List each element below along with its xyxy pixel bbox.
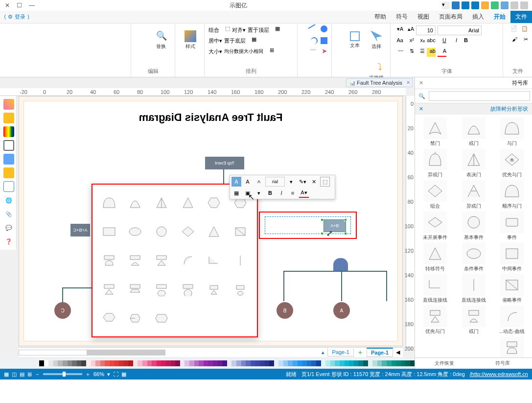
- popup-shape-25[interactable]: [125, 307, 146, 331]
- page-options-icon[interactable]: ▴: [322, 349, 324, 356]
- color-swatch[interactable]: [53, 360, 58, 366]
- shape-search-input[interactable]: [429, 91, 530, 101]
- redo-icon[interactable]: [510, 1, 518, 9]
- color-swatch[interactable]: [330, 360, 335, 366]
- color-swatch[interactable]: [72, 360, 77, 366]
- menu-help[interactable]: 帮助: [370, 11, 391, 23]
- color-swatch[interactable]: [194, 360, 199, 366]
- color-swatch[interactable]: [311, 360, 316, 366]
- shape-9[interactable]: 事件: [495, 212, 529, 241]
- shape-line-icon[interactable]: [308, 24, 320, 36]
- color-swatch[interactable]: [185, 360, 189, 366]
- shape-8[interactable]: 组合: [418, 180, 452, 210]
- color-swatch[interactable]: [236, 360, 241, 366]
- popup-shape-23[interactable]: [230, 278, 251, 302]
- color-swatch[interactable]: [349, 360, 354, 366]
- top-event-box[interactable]: Top Event: [205, 157, 244, 169]
- side-page-icon[interactable]: [3, 167, 14, 178]
- color-swatch[interactable]: [410, 360, 415, 366]
- popup-shape-11[interactable]: [230, 219, 251, 243]
- color-swatch[interactable]: [382, 360, 387, 366]
- shape-4[interactable]: 表决门: [456, 149, 490, 178]
- mt-fill-icon[interactable]: ▾: [286, 177, 296, 187]
- color-swatch[interactable]: [133, 360, 138, 366]
- zoom-in-icon[interactable]: ＋: [85, 371, 91, 378]
- shape-arc-icon[interactable]: [311, 37, 318, 44]
- color-swatch[interactable]: [58, 360, 63, 366]
- color-swatch[interactable]: [171, 360, 176, 366]
- color-swatch[interactable]: [293, 360, 298, 366]
- view-icon-4[interactable]: ⊞: [27, 371, 32, 378]
- mt-close-icon[interactable]: ✕: [309, 177, 319, 187]
- shape-square-icon[interactable]: [321, 37, 327, 44]
- color-swatch[interactable]: [377, 360, 382, 366]
- popup-shape-1[interactable]: [125, 190, 146, 214]
- view-icon-1[interactable]: ▦: [4, 371, 9, 378]
- color-swatch[interactable]: [44, 360, 49, 366]
- color-swatch[interactable]: [405, 360, 410, 366]
- side-comment-icon[interactable]: 💬: [3, 222, 14, 233]
- color-swatch[interactable]: [175, 360, 180, 366]
- color-swatch[interactable]: [68, 360, 72, 366]
- add-page-icon[interactable]: ＋: [357, 348, 364, 357]
- color-swatch[interactable]: [307, 360, 312, 366]
- popup-shape-10[interactable]: [204, 219, 225, 243]
- popup-shape-20[interactable]: [151, 278, 172, 302]
- color-swatch[interactable]: [166, 360, 171, 366]
- side-line-icon[interactable]: [3, 140, 14, 151]
- color-swatch[interactable]: [115, 360, 119, 366]
- color-swatch[interactable]: [39, 360, 44, 366]
- highlight-icon[interactable]: ab: [427, 48, 436, 57]
- popup-shape-16[interactable]: [204, 248, 225, 272]
- size-dd[interactable]: ▾大小: [208, 48, 222, 55]
- save-icon[interactable]: [471, 1, 479, 9]
- side-globe-icon[interactable]: 🌐: [3, 195, 14, 206]
- color-swatch[interactable]: [354, 360, 359, 366]
- color-swatch[interactable]: [372, 360, 377, 366]
- mt-font-dd[interactable]: rial: [265, 177, 285, 187]
- mt-align-icon[interactable]: ≡: [288, 188, 298, 198]
- popup-shape-27[interactable]: [177, 307, 199, 331]
- shape-0[interactable]: 与门: [495, 118, 529, 147]
- zoom-slider[interactable]: [43, 373, 82, 375]
- color-swatch[interactable]: [241, 360, 246, 366]
- shape-12[interactable]: 中间事件: [495, 243, 529, 272]
- color-swatch[interactable]: [288, 360, 293, 366]
- view-icon-3[interactable]: ▤: [20, 371, 24, 378]
- underline-icon[interactable]: U: [438, 37, 446, 46]
- popup-shape-29[interactable]: [230, 307, 251, 331]
- zoom-out-icon[interactable]: －: [35, 371, 40, 378]
- shape-21[interactable]: 与门: [495, 337, 529, 357]
- fit-icon[interactable]: ⛶: [113, 371, 118, 377]
- color-swatch[interactable]: [77, 360, 82, 366]
- popup-shape-18[interactable]: [98, 278, 120, 302]
- color-swatch[interactable]: [345, 360, 349, 366]
- node-c[interactable]: C: [54, 302, 71, 319]
- mt-font-small-icon[interactable]: A: [254, 177, 264, 187]
- color-swatch[interactable]: [325, 360, 330, 366]
- case-icon[interactable]: Aa: [394, 37, 403, 46]
- bold-icon[interactable]: B: [459, 37, 468, 46]
- shape-13[interactable]: 条件事件: [456, 243, 490, 272]
- mt-bold-icon[interactable]: B: [265, 188, 275, 198]
- color-swatch[interactable]: [86, 360, 91, 366]
- top-layer-icon[interactable]: ▦: [271, 25, 280, 34]
- color-swatch[interactable]: [138, 360, 142, 366]
- popup-shape-26[interactable]: [151, 307, 172, 331]
- mt-font-large-icon[interactable]: A: [243, 177, 253, 187]
- color-swatch[interactable]: [100, 360, 105, 366]
- copy-icon[interactable]: 📄: [509, 25, 517, 34]
- color-swatch[interactable]: [95, 360, 100, 366]
- page-tab-2[interactable]: Page-1: [327, 348, 353, 356]
- format-painter-icon[interactable]: 🖌: [509, 36, 517, 45]
- style-button[interactable]: 样式: [181, 25, 200, 55]
- shape-curve-icon[interactable]: 〰: [307, 47, 316, 56]
- mt-italic-icon[interactable]: I: [277, 188, 286, 198]
- popup-shape-28[interactable]: [204, 307, 225, 331]
- print-icon[interactable]: [452, 1, 460, 9]
- shape-16[interactable]: 直线连接线: [456, 274, 490, 304]
- shape-18[interactable]: 动态-曲线...: [495, 306, 529, 335]
- mt-tool1-icon[interactable]: ⬚: [320, 177, 330, 187]
- shape-5[interactable]: 异或门: [418, 149, 452, 178]
- shape-1[interactable]: 或门: [456, 118, 490, 147]
